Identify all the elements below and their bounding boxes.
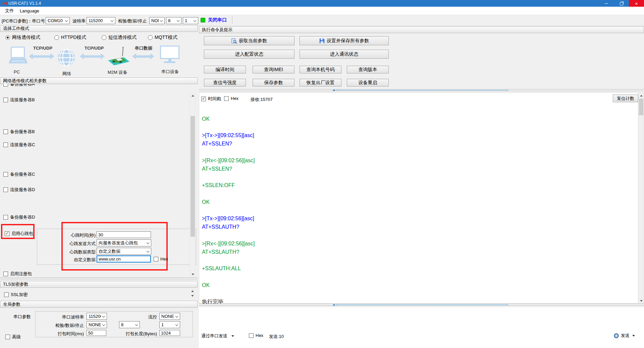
log-line bbox=[202, 207, 635, 215]
log-line: AT+SSLEN? bbox=[202, 140, 635, 148]
log-line: OK bbox=[202, 198, 635, 207]
log-line: >[Tx->][09:02:56][asc] bbox=[202, 215, 635, 223]
send-hex-checkbox[interactable]: Hex bbox=[249, 333, 263, 338]
splitter[interactable] bbox=[199, 91, 644, 92]
checkbox-icon[interactable] bbox=[224, 96, 229, 101]
log-line bbox=[202, 273, 635, 281]
log-hex-checkbox[interactable]: Hex bbox=[224, 96, 238, 101]
timestamp-checkbox[interactable]: 时间戳 bbox=[201, 96, 221, 102]
send-button[interactable]: 发送 bbox=[614, 333, 635, 339]
device-reboot-button[interactable]: 设备重启 bbox=[347, 79, 389, 86]
send-panel[interactable] bbox=[199, 307, 644, 348]
log-output[interactable]: OK>[Tx->][09:02:55][asc]AT+SSLEN?>[Rx<-]… bbox=[202, 107, 635, 306]
log-line: OK bbox=[202, 115, 635, 123]
query-version-button[interactable]: 查询版本 bbox=[347, 66, 389, 73]
send-count-label: 发送:10 bbox=[269, 334, 284, 340]
scrollbar-down-icon[interactable] bbox=[639, 298, 644, 303]
log-line: AT+SSLAUTH? bbox=[202, 223, 635, 231]
log-line bbox=[202, 148, 635, 157]
splitter-handle[interactable] bbox=[336, 304, 508, 305]
app-window: USR-CAT1 V1.1.4 × 文件 Language [PC串口参数]：串… bbox=[0, 0, 644, 348]
send-via-dropdown[interactable]: 通过串口发送 bbox=[201, 333, 234, 339]
log-scrollbar[interactable] bbox=[638, 93, 644, 303]
save-params-button[interactable]: 保存参数 bbox=[253, 79, 294, 86]
log-line bbox=[202, 231, 635, 240]
log-line: +SSLAUTH:ALL bbox=[202, 265, 635, 273]
log-line: +SSLEN:OFF bbox=[202, 181, 635, 190]
log-line bbox=[202, 190, 635, 198]
splitter[interactable] bbox=[199, 305, 644, 306]
scrollbar-thumb[interactable] bbox=[639, 99, 643, 115]
chevron-down-icon bbox=[231, 335, 234, 337]
query-phone-number-button[interactable]: 查询本机号码 bbox=[300, 66, 341, 73]
log-line: >[Tx->][09:02:55][asc] bbox=[202, 131, 635, 140]
log-line bbox=[202, 173, 635, 181]
splitter-handle-icon[interactable] bbox=[333, 304, 335, 306]
factory-reset-button[interactable]: 恢复出厂设置 bbox=[300, 79, 341, 86]
log-line bbox=[202, 290, 635, 298]
compile-time-button[interactable]: 编译时间 bbox=[204, 66, 246, 73]
right-panel: 执行命令及提示 获取当前参数 设置并保存所有参数 进入配置状态 进入通 bbox=[0, 0, 644, 348]
log-line: >[Rx<-][09:02:56][asc] bbox=[202, 240, 635, 248]
splitter-handle[interactable] bbox=[336, 90, 508, 91]
log-line: AT+SSLAUTH? bbox=[202, 248, 635, 256]
checkbox-icon[interactable] bbox=[249, 333, 254, 338]
scrollbar-up-icon[interactable] bbox=[639, 93, 644, 98]
log-line: AT+SSLEN? bbox=[202, 165, 635, 173]
chevron-down-icon bbox=[632, 335, 635, 337]
log-line: OK bbox=[202, 281, 635, 290]
query-imei-button[interactable]: 查询IMEI bbox=[253, 66, 294, 73]
splitter-handle-icon[interactable] bbox=[333, 89, 335, 91]
log-line bbox=[202, 256, 635, 265]
query-signal-button[interactable]: 查信号强度 bbox=[204, 79, 246, 86]
log-line bbox=[202, 107, 635, 115]
reset-count-button[interactable]: 复位计数 bbox=[613, 95, 638, 102]
log-line bbox=[202, 123, 635, 132]
send-icon bbox=[614, 333, 619, 338]
checkbox-icon[interactable] bbox=[201, 97, 206, 101]
recv-count-label: 接收:15707 bbox=[251, 97, 273, 103]
log-line: >[Rx<-][09:02:56][asc] bbox=[202, 157, 635, 165]
